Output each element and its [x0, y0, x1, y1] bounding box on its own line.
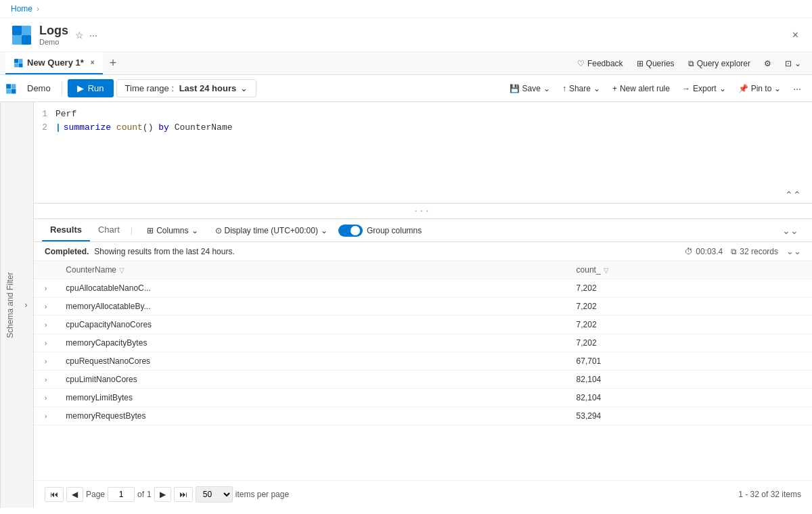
breadcrumb: Home ›	[0, 0, 812, 18]
row-expand-button[interactable]: ›	[42, 340, 49, 347]
time-range-label: Time range : Last 24 hours	[125, 83, 237, 93]
breadcrumb-separator: ›	[37, 4, 39, 14]
schema-filter-sidebar[interactable]: Schema and Filter	[0, 102, 19, 508]
app-header: Logs Demo ☆ ··· ×	[0, 18, 812, 52]
query-explorer-button[interactable]: ⧉ Query explorer	[683, 56, 756, 71]
layout-icon: ⊡	[785, 59, 792, 68]
app-title: Logs	[39, 24, 68, 38]
svg-rect-6	[14, 63, 18, 67]
pin-chevron: ⌄	[774, 84, 781, 93]
counter-name-header[interactable]: CounterName ▽	[58, 261, 568, 279]
collapse-icon: ›	[25, 300, 28, 310]
layout-button[interactable]: ⊡ ⌄	[780, 56, 807, 71]
resize-handle[interactable]: ···	[34, 204, 812, 219]
records-value: 32 records	[740, 247, 778, 256]
row-expand-button[interactable]: ›	[42, 376, 49, 383]
queries-icon: ⊞	[637, 59, 644, 68]
toolbar-logo	[5, 83, 16, 94]
collapse-editor-button[interactable]: ⌃⌃	[785, 189, 801, 200]
tab-new-query[interactable]: New Query 1* ×	[5, 52, 103, 74]
app-logo	[11, 24, 32, 46]
export-icon: →	[682, 84, 690, 93]
queries-button[interactable]: ⊞ Queries	[631, 56, 680, 71]
pin-to-button[interactable]: 📌 Pin to ⌄	[733, 80, 787, 97]
tab-results[interactable]: Results	[42, 219, 90, 241]
svg-rect-9	[12, 84, 16, 89]
group-columns-label: Group columns	[367, 226, 422, 235]
row-expand-button[interactable]: ›	[42, 394, 49, 402]
play-icon: ▶	[77, 83, 84, 93]
row-expand-button[interactable]: ›	[42, 321, 49, 329]
new-alert-button[interactable]: + New alert rule	[607, 80, 675, 97]
export-chevron: ⌄	[719, 84, 726, 93]
data-table-container: CounterName ▽ count_ ▽	[34, 261, 812, 480]
row-expand-button[interactable]: ›	[42, 358, 49, 365]
status-bar: Completed. Showing results from the last…	[34, 242, 812, 261]
line-number-2: 2	[34, 121, 55, 135]
count-cell: 7,202	[568, 316, 812, 334]
time-range-button[interactable]: Time range : Last 24 hours ⌄	[116, 79, 257, 97]
svg-rect-11	[12, 89, 16, 93]
line-number-1: 1	[34, 108, 55, 121]
count-cell: 53,294	[568, 407, 812, 425]
save-button[interactable]: 💾 Save ⌄	[504, 80, 556, 97]
expand-status-button[interactable]: ⌄⌄	[786, 246, 801, 256]
display-time-button[interactable]: ⊙ Display time (UTC+00:00) ⌄	[210, 223, 333, 238]
collapse-sidebar-button[interactable]: ›	[19, 102, 34, 508]
run-button[interactable]: ▶ Run	[68, 79, 114, 97]
share-chevron: ⌄	[593, 84, 600, 93]
ellipsis-icon[interactable]: ···	[89, 30, 97, 41]
row-expand-button[interactable]: ›	[42, 303, 49, 310]
row-expand-button[interactable]: ›	[42, 285, 49, 292]
tab-label: New Query 1*	[27, 57, 84, 68]
breadcrumb-home[interactable]: Home	[11, 4, 32, 14]
per-page-select[interactable]: 50 100 200	[196, 486, 233, 503]
table-row: › cpuCapacityNanoCores 7,202	[34, 316, 812, 334]
more-options-button[interactable]: ···	[788, 80, 807, 97]
count-cell: 7,202	[568, 279, 812, 298]
row-expand-button[interactable]: ›	[42, 413, 49, 420]
export-button[interactable]: → Export ⌄	[677, 80, 731, 97]
next-page-button[interactable]: ▶	[154, 487, 171, 502]
group-columns-toggle[interactable]	[338, 225, 363, 237]
line-1-content: Perf	[55, 108, 76, 121]
add-tab-button[interactable]: +	[104, 53, 122, 73]
svg-rect-4	[14, 59, 18, 63]
tab-icon	[14, 58, 23, 68]
share-button[interactable]: ↑ Share ⌄	[557, 80, 606, 97]
count-filter-icon[interactable]: ▽	[604, 266, 609, 274]
page-summary: 1 - 32 of 32 items	[738, 490, 801, 499]
page-input[interactable]	[108, 487, 135, 502]
feedback-button[interactable]: ♡ Feedback	[572, 56, 629, 71]
code-editor[interactable]: 1 Perf 2 | summarize count() by CounterN…	[34, 102, 812, 204]
toolbar-separator	[62, 82, 62, 95]
toolbar: Demo ▶ Run Time range : Last 24 hours ⌄ …	[0, 75, 812, 102]
save-chevron: ⌄	[543, 84, 550, 93]
count-cell: 7,202	[568, 298, 812, 316]
settings-button[interactable]: ⚙	[759, 56, 777, 71]
first-page-button[interactable]: ⏮	[45, 487, 64, 502]
svg-rect-1	[22, 26, 31, 35]
star-icon[interactable]: ☆	[75, 30, 84, 41]
columns-button[interactable]: ⊞ Columns ⌄	[141, 223, 204, 239]
page-label: Page	[86, 490, 105, 499]
clock-icon: ⊙	[215, 226, 222, 235]
tab-close-button[interactable]: ×	[91, 59, 95, 66]
count-cell: 67,701	[568, 352, 812, 371]
editor-line-2: 2 | summarize count() by CounterName	[34, 121, 812, 135]
data-table: CounterName ▽ count_ ▽	[34, 261, 812, 425]
count-header[interactable]: count_ ▽	[568, 261, 812, 279]
close-button[interactable]: ×	[790, 26, 801, 44]
line-2-pipe: |	[55, 121, 61, 135]
svg-rect-10	[6, 89, 11, 93]
svg-rect-7	[19, 63, 23, 67]
tab-chart[interactable]: Chart	[90, 219, 128, 241]
line-2-content: summarize count() by CounterName	[64, 121, 233, 135]
stopwatch-icon: ⏱	[685, 247, 693, 256]
results-tabs: Results Chart | ⊞ Columns ⌄ ⊙ Display ti…	[34, 219, 812, 242]
expand-results-button[interactable]: ⌄⌄	[777, 223, 804, 239]
counter-name-filter-icon[interactable]: ▽	[119, 266, 125, 274]
prev-page-button[interactable]: ◀	[66, 487, 83, 502]
last-page-button[interactable]: ⏭	[174, 487, 193, 502]
counter-name-cell: cpuLimitNanoCores	[58, 371, 568, 389]
